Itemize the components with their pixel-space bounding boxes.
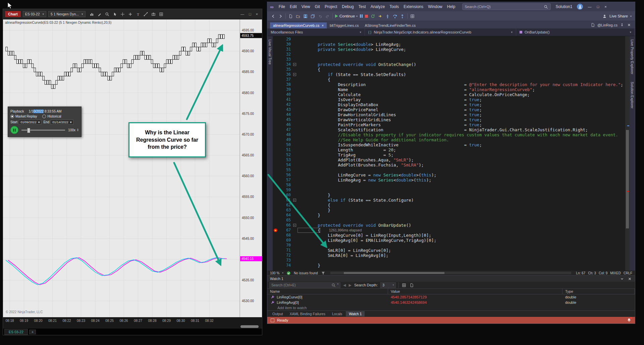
- step-into-icon[interactable]: [385, 14, 390, 19]
- breakpoint-margin[interactable]: [273, 218, 279, 223]
- maximize-button[interactable]: □: [597, 5, 599, 9]
- collapse-icon[interactable]: −: [293, 73, 296, 76]
- breakpoint-margin[interactable]: [273, 223, 279, 228]
- menu-help[interactable]: Help: [445, 3, 458, 10]
- close-icon[interactable]: [627, 22, 632, 27]
- save-all-icon[interactable]: [310, 14, 315, 19]
- step-over-icon[interactable]: [392, 14, 397, 19]
- slider-handle[interactable]: [27, 128, 30, 133]
- breakpoint-margin[interactable]: [273, 228, 279, 233]
- breakpoint-margin[interactable]: [273, 188, 279, 193]
- market-replay-radio[interactable]: [10, 115, 14, 118]
- member-dropdown[interactable]: OnBarUpdate() ▾: [516, 28, 635, 36]
- scrollbar-thumb[interactable]: [240, 325, 259, 328]
- column-header-value[interactable]: Value: [388, 289, 562, 294]
- breakpoint-margin[interactable]: [273, 193, 279, 198]
- redo-icon[interactable]: [325, 14, 330, 19]
- breakpoint-margin[interactable]: [273, 92, 279, 97]
- minimize-button[interactable]: —: [588, 5, 591, 9]
- open-file-icon[interactable]: [296, 14, 301, 19]
- breakpoint-margin[interactable]: [273, 97, 279, 102]
- issues-label[interactable]: No issues found: [294, 271, 318, 275]
- continue-button[interactable]: Continue ▾: [335, 14, 358, 18]
- drawing-tools-icon[interactable]: [97, 11, 103, 17]
- close-button[interactable]: ×: [256, 12, 258, 16]
- breakpoint-margin[interactable]: [273, 132, 279, 137]
- tool-tab-locals[interactable]: Locals: [329, 311, 345, 317]
- playback-slider[interactable]: [21, 130, 65, 131]
- breakpoint-margin[interactable]: [273, 37, 279, 42]
- horizontal-scrollbar[interactable]: [330, 272, 572, 274]
- menu-view[interactable]: View: [299, 3, 313, 10]
- play-pause-button[interactable]: [10, 126, 18, 134]
- watch-columns-icon[interactable]: [401, 283, 407, 288]
- breakpoint-margin[interactable]: [273, 213, 279, 218]
- doc-tab-alinearRegressionCurveb.cs[interactable]: alinearRegressionCurveb.cs×: [270, 22, 327, 28]
- menu-window[interactable]: Window: [426, 3, 445, 10]
- editor-scrollbar[interactable]: [625, 36, 630, 271]
- code-editor[interactable]: 2930 private Series<double> LinRegAvg;31…: [273, 36, 625, 271]
- menu-analyze[interactable]: Analyze: [368, 3, 387, 10]
- crosshair-icon[interactable]: [120, 11, 126, 17]
- price-chart[interactable]: 4595.004590.004585.004580.004575.004570.…: [3, 19, 262, 317]
- add-watch-item[interactable]: Add item to watch: [267, 305, 635, 310]
- search-prev-icon[interactable]: ◀: [343, 283, 346, 287]
- breakpoint-margin[interactable]: [273, 152, 279, 157]
- preview-tab[interactable]: @LinReg.cs: [587, 21, 635, 28]
- breakpoint-margin[interactable]: [273, 57, 279, 62]
- column-header-name[interactable]: Name: [267, 289, 388, 294]
- text-tool-icon[interactable]: T: [135, 11, 141, 17]
- series-dropdown[interactable]: 5 1 Nexgen Dyn... ▾: [48, 11, 86, 17]
- project-dropdown[interactable]: Miscellaneous Files ▾: [267, 28, 365, 36]
- quick-search-box[interactable]: Search (Ctrl+Q): [462, 3, 551, 10]
- editor-layout-icon[interactable]: [410, 14, 415, 19]
- step-out-icon[interactable]: [400, 14, 405, 19]
- tab-solution-explorer[interactable]: Solution Explorer: [630, 82, 634, 109]
- breakpoint-margin[interactable]: [273, 112, 279, 117]
- menu-git[interactable]: Git: [313, 3, 322, 10]
- watch-search-input[interactable]: Search (Ctrl+E) ▾: [269, 282, 340, 288]
- menu-extensions[interactable]: Extensions: [401, 3, 426, 10]
- doc-tab-AStrongTrendLineFinderTen.cs[interactable]: AStrongTrendLineFinderTen.cs: [362, 22, 419, 28]
- breakpoint-margin[interactable]: [273, 208, 279, 213]
- add-object-icon[interactable]: [127, 11, 133, 17]
- breakpoint-margin[interactable]: [273, 42, 279, 47]
- tool-tab-watch-1[interactable]: Watch 1: [346, 311, 365, 317]
- cursor-tool-icon[interactable]: [112, 11, 118, 17]
- breakpoint-margin[interactable]: [273, 238, 279, 243]
- breakpoint-margin[interactable]: [273, 122, 279, 127]
- menu-file[interactable]: File: [276, 3, 287, 10]
- add-tab-button[interactable]: +: [29, 330, 36, 334]
- watch-row[interactable]: LinRegCurve[0]4540.2857142857129double: [267, 294, 635, 300]
- breakpoint-margin[interactable]: [273, 142, 279, 147]
- start-date-dropdown[interactable]: 01/09/2022▾: [19, 120, 41, 125]
- scrollbar-thumb[interactable]: [626, 130, 629, 228]
- close-icon[interactable]: [627, 276, 632, 281]
- break-all-button[interactable]: [360, 14, 363, 18]
- end-date-dropdown[interactable]: 01/14/2022▾: [51, 120, 73, 125]
- zoom-level[interactable]: 100 %: [270, 271, 279, 275]
- chart-window-chip[interactable]: Chart: [5, 11, 21, 17]
- tool-tab-xaml-binding-failures[interactable]: XAML Binding Failures: [287, 311, 328, 317]
- breakpoint-margin[interactable]: [273, 198, 279, 203]
- breakpoint-margin[interactable]: [273, 203, 279, 208]
- breakpoint-margin[interactable]: [273, 137, 279, 142]
- tab-live-property-explorer[interactable]: Live Property Explorer: [630, 40, 634, 74]
- breakpoint-margin[interactable]: [273, 62, 279, 67]
- snapshot-icon[interactable]: [151, 11, 157, 17]
- chart-style-icon[interactable]: [89, 11, 95, 17]
- breakpoint-margin[interactable]: [273, 117, 279, 122]
- pin-icon[interactable]: [620, 22, 625, 27]
- live-share-label[interactable]: Live Share: [609, 14, 628, 18]
- grid-properties-icon[interactable]: [158, 11, 164, 17]
- close-icon[interactable]: ×: [322, 24, 324, 27]
- search-depth-dropdown[interactable]: 3 ▾: [380, 282, 396, 288]
- type-dropdown[interactable]: { } NinjaTrader.NinjaScript.Indicators.a…: [365, 28, 516, 36]
- doc-tab-bltTriggerLines.cs[interactable]: bltTriggerLines.cs: [327, 22, 362, 28]
- collapse-icon[interactable]: −: [293, 63, 296, 66]
- close-button[interactable]: ×: [604, 5, 606, 9]
- filter-icon[interactable]: [321, 271, 326, 276]
- menu-project[interactable]: Project: [322, 3, 339, 10]
- breakpoint-margin[interactable]: [273, 248, 279, 253]
- breakpoint-margin[interactable]: [273, 167, 279, 172]
